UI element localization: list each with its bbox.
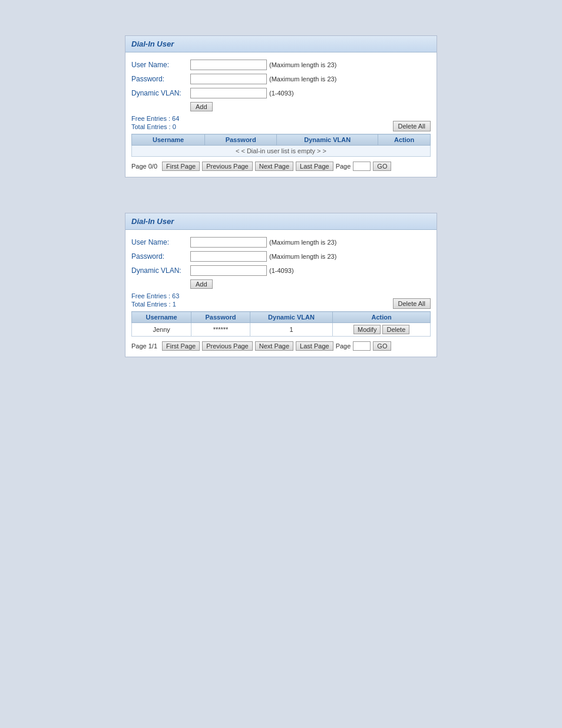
panel1-first-page-button[interactable]: First Page [162,162,200,171]
panel2-table: Username Password Dynamic VLAN Action Je… [131,311,431,337]
panel2-add-row: Add [190,279,431,289]
panel1-vlan-label: Dynamic VLAN: [131,89,190,97]
panel1-title: Dial-In User [131,39,174,48]
panel2-row1-vlan: 1 [250,323,333,337]
panel1-page-info: Page 0/0 [131,163,157,170]
panel1-username-label: User Name: [131,61,190,69]
panel2-entries-section: Free Entries : 63 Total Entries : 1 Dele… [131,292,431,309]
panel2-free-entries: Free Entries : 63 [131,292,179,299]
panel2-add-button[interactable]: Add [190,279,213,289]
panel2-vlan-label: Dynamic VLAN: [131,266,190,275]
panel1-previous-page-button[interactable]: Previous Page [202,162,253,171]
panel1-entries-text: Free Entries : 64 Total Entries : 0 [131,115,179,131]
panel2-vlan-input[interactable] [190,265,267,276]
panel1-vlan-input[interactable] [190,88,267,98]
panel2-vlan-hint: (1-4093) [269,267,294,274]
panel2-row1-username: Jenny [132,323,191,337]
panel2-password-row: Password: (Maximum length is 23) [131,251,431,262]
panel2-col-password: Password [191,312,250,323]
panel2-password-hint: (Maximum length is 23) [269,253,336,260]
panel2-entries-text: Free Entries : 63 Total Entries : 1 [131,292,179,309]
panel1-delete-all-button[interactable]: Delete All [393,121,431,131]
panel1: Dial-In User User Name: (Maximum length … [125,35,437,177]
panel1-col-username: Username [132,134,205,146]
panel2-vlan-row: Dynamic VLAN: (1-4093) [131,265,431,276]
panel1-vlan-row: Dynamic VLAN: (1-4093) [131,88,431,98]
panel2-total-entries: Total Entries : 1 [131,301,179,308]
panel2-col-username: Username [132,312,191,323]
panel2-row1-password: ****** [191,323,250,337]
panel1-col-password: Password [205,134,277,146]
panel2-delete-all-button[interactable]: Delete All [393,298,431,309]
panel1-last-page-button[interactable]: Last Page [296,162,333,171]
panel1-table: Username Password Dynamic VLAN Action < … [131,134,431,157]
panel1-password-hint: (Maximum length is 23) [269,75,336,83]
panel2-row1-delete-button[interactable]: Delete [382,325,409,334]
panel1-username-hint: (Maximum length is 23) [269,61,336,68]
panel2-page-input[interactable] [353,341,371,351]
panel2-go-button[interactable]: GO [373,341,391,351]
panel1-col-action: Action [378,134,431,146]
panel1-header: Dial-In User [125,36,437,52]
panel2-page-label: Page [336,342,351,350]
panel2-password-input[interactable] [190,251,267,262]
panel2-col-action: Action [333,312,431,323]
panel1-password-label: Password: [131,75,190,83]
panel2-username-row: User Name: (Maximum length is 23) [131,237,431,248]
table-row: Jenny ****** 1 Modify Delete [132,323,431,337]
panel1-free-entries: Free Entries : 64 [131,115,179,122]
panel2-pagination: Page 1/1 First Page Previous Page Next P… [131,339,431,352]
panel1-col-vlan: Dynamic VLAN [277,134,378,146]
panel1-username-row: User Name: (Maximum length is 23) [131,60,431,70]
panel2-row1-modify-button[interactable]: Modify [353,325,381,334]
panel1-add-row: Add [190,102,431,111]
panel2-username-input[interactable] [190,237,267,248]
panel2-username-label: User Name: [131,238,190,246]
panel1-empty-row: < < Dial-in user list is empty > > [132,146,431,157]
panel1-vlan-hint: (1-4093) [269,90,294,97]
panel1-entries-section: Free Entries : 64 Total Entries : 0 Dele… [131,115,431,131]
panel2-next-page-button[interactable]: Next Page [255,341,293,351]
panel2-password-label: Password: [131,252,190,261]
panel1-page-input[interactable] [353,162,371,171]
panel1-username-input[interactable] [190,60,267,70]
panel2-header: Dial-In User [125,213,437,230]
panel1-pagination: Page 0/0 First Page Previous Page Next P… [131,159,431,172]
panel1-empty-message: < < Dial-in user list is empty > > [132,146,431,157]
panel1-page-label: Page [336,163,351,170]
panel2-row1-action: Modify Delete [333,323,431,337]
panel2-first-page-button[interactable]: First Page [162,341,200,351]
panel1-table-header-row: Username Password Dynamic VLAN Action [132,134,431,146]
panel1-password-row: Password: (Maximum length is 23) [131,74,431,84]
panel1-go-button[interactable]: GO [373,162,391,171]
panel1-add-button[interactable]: Add [190,102,213,111]
panel2-last-page-button[interactable]: Last Page [296,341,333,351]
panel1-next-page-button[interactable]: Next Page [255,162,293,171]
panel1-total-entries: Total Entries : 0 [131,123,179,130]
panel2-username-hint: (Maximum length is 23) [269,239,336,246]
panel2-table-header-row: Username Password Dynamic VLAN Action [132,312,431,323]
panel2: Dial-In User User Name: (Maximum length … [125,213,437,357]
panel2-title: Dial-In User [131,217,174,226]
panel2-col-vlan: Dynamic VLAN [250,312,333,323]
panel2-previous-page-button[interactable]: Previous Page [202,341,253,351]
panel2-page-info: Page 1/1 [131,342,157,350]
panel1-password-input[interactable] [190,74,267,84]
